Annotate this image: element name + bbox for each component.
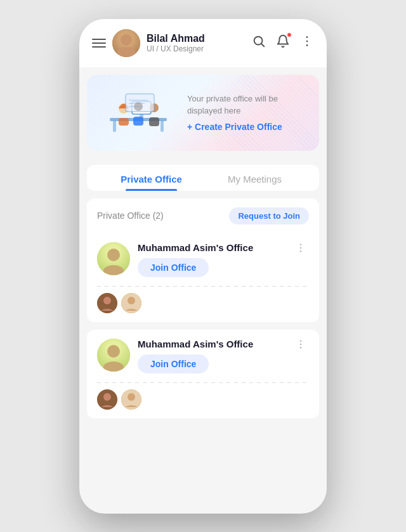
members-row-2 [87, 383, 319, 418]
member-avatar-1a [97, 293, 117, 313]
notification-badge [287, 32, 292, 37]
header-left: Bilal Ahmad UI / UX Designer [92, 29, 205, 57]
office-info-2: Muhammad Asim's Office Join Office [138, 339, 285, 373]
member-avatar-1b [121, 293, 141, 313]
svg-point-2 [306, 36, 308, 38]
search-icon[interactable] [252, 34, 266, 51]
section-header: Private Office (2) Request to Join [87, 198, 319, 233]
tab-my-meetings[interactable]: My Meetings [203, 165, 306, 191]
svg-point-33 [128, 393, 135, 401]
svg-point-24 [103, 297, 111, 304]
member-avatar-2b [121, 389, 141, 410]
join-office-button-1[interactable]: Join Office [138, 258, 209, 277]
user-info: Bilal Ahmad UI / UX Designer [147, 33, 205, 53]
svg-rect-7 [160, 120, 164, 132]
office-avatar-2 [97, 339, 130, 372]
svg-rect-13 [133, 117, 143, 126]
office-item-1: Muhammad Asim's Office Join Office [87, 233, 319, 286]
more-options-icon[interactable] [300, 34, 314, 51]
svg-point-26 [128, 297, 135, 304]
notification-icon[interactable] [276, 34, 290, 51]
svg-rect-11 [119, 118, 129, 126]
section-title: Private Office (2) [97, 211, 164, 221]
svg-line-1 [261, 44, 264, 46]
svg-point-3 [306, 41, 308, 42]
banner-description: Your private office will be displayed he… [187, 93, 309, 116]
avatar [112, 29, 140, 57]
user-name: Bilal Ahmad [147, 33, 205, 44]
svg-point-27 [300, 340, 302, 342]
office-name-2: Muhammad Asim's Office [138, 339, 285, 349]
member-avatar-2a [97, 389, 117, 410]
join-office-button-2[interactable]: Join Office [138, 354, 209, 373]
header-right [252, 34, 314, 51]
svg-point-31 [103, 393, 111, 401]
svg-rect-16 [126, 94, 154, 112]
content-area: Private Office (2) Request to Join Muham… [79, 191, 327, 426]
svg-point-21 [300, 247, 302, 249]
banner-illustration [97, 88, 180, 138]
office-info-1: Muhammad Asim's Office Join Office [138, 242, 285, 277]
tab-private-office[interactable]: Private Office [100, 165, 203, 191]
create-private-office-link[interactable]: + Create Private Office [187, 122, 309, 132]
svg-point-29 [300, 346, 302, 348]
svg-rect-6 [113, 120, 116, 132]
office-item-2: Muhammad Asim's Office Join Office [87, 330, 319, 382]
tabs-container: Private Office My Meetings [87, 165, 319, 191]
banner-text: Your private office will be displayed he… [187, 93, 309, 131]
svg-point-4 [306, 44, 308, 46]
office-avatar-1 [97, 242, 130, 275]
private-office-banner: Your private office will be displayed he… [87, 75, 319, 151]
members-row-1 [87, 287, 319, 322]
office-top-1: Muhammad Asim's Office Join Office [97, 242, 309, 277]
request-to-join-button[interactable]: Request to Join [229, 207, 309, 224]
office-more-icon-1[interactable] [292, 242, 309, 257]
svg-rect-15 [149, 117, 159, 126]
office-top-2: Muhammad Asim's Office Join Office [97, 339, 309, 373]
svg-point-28 [300, 343, 302, 345]
svg-point-22 [300, 250, 302, 252]
office-card-1: Muhammad Asim's Office Join Office [87, 233, 319, 322]
office-card-2: Muhammad Asim's Office Join Office [87, 330, 319, 418]
svg-point-20 [300, 243, 302, 245]
phone-frame: Bilal Ahmad UI / UX Designer [79, 19, 327, 514]
office-name-1: Muhammad Asim's Office [138, 242, 285, 253]
menu-icon[interactable] [92, 39, 106, 48]
office-more-icon-2[interactable] [292, 339, 309, 353]
header: Bilal Ahmad UI / UX Designer [79, 19, 327, 67]
user-role: UI / UX Designer [147, 44, 205, 53]
